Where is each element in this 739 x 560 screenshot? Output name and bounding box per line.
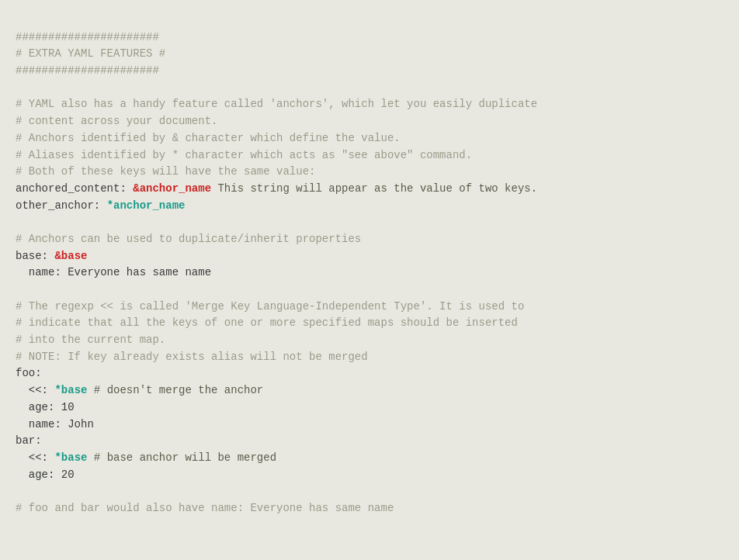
value-text: This string will appear as the value of … [211, 182, 537, 195]
code-line: ###################### [16, 63, 723, 80]
code-line: # indicate that all the keys of one or m… [16, 315, 723, 332]
plain-text: name: Everyone has same name [16, 264, 723, 282]
code-line: <<: *base # doesn't merge the anchor [16, 382, 723, 399]
comment-text: # YAML also has a handy feature called '… [16, 98, 537, 110]
comment-text: # Anchors can be used to duplicate/inher… [16, 233, 361, 245]
comment-text: # Both of these keys will have the same … [16, 165, 315, 178]
plain-text: bar: [16, 433, 723, 450]
code-line: # EXTRA YAML FEATURES # [16, 46, 723, 63]
plain-text: name: John [16, 417, 723, 434]
comment-text: # NOTE: If key already exists alias will… [16, 351, 368, 363]
code-line: <<: *base # base anchor will be merged [16, 450, 723, 467]
comment-text: # foo and bar would also have name: Ever… [16, 502, 394, 514]
key-text: <<: [16, 451, 54, 464]
code-line: # The regexp << is called 'Merge Key Lan… [16, 299, 723, 316]
comment-text: # Aliases identified by * character whic… [16, 149, 472, 161]
anchor-reference: *base [54, 451, 87, 464]
code-line: # NOTE: If key already exists alias will… [16, 349, 723, 366]
anchor-reference: *anchor_name [107, 199, 186, 212]
plain-text: foo: [16, 365, 723, 382]
code-line: other_anchor: *anchor_name [16, 198, 723, 215]
code-line: # into the current map. [16, 332, 723, 349]
key-text: base: [16, 250, 54, 262]
anchor-definition: &base [54, 250, 87, 262]
comment-text: ###################### [16, 31, 159, 43]
anchor-definition: &anchor_name [133, 182, 211, 195]
key-text: other_anchor: [16, 199, 107, 212]
code-line: ###################### [16, 29, 723, 47]
code-line: anchored_content: &anchor_name This stri… [16, 181, 723, 198]
comment-text: # content across your document. [16, 115, 217, 127]
comment-text: ###################### [16, 64, 159, 77]
comment-text: # indicate that all the keys of one or m… [16, 316, 518, 329]
code-line: # Anchors can be used to duplicate/inher… [16, 231, 723, 248]
comment-text: # The regexp << is called 'Merge Key Lan… [16, 300, 524, 313]
value-text: # doesn't merge the anchor [87, 384, 263, 396]
code-line: # YAML also has a handy feature called '… [16, 96, 723, 113]
plain-text: age: 20 [16, 467, 723, 484]
code-line: # content across your document. [16, 113, 723, 130]
key-text: anchored_content: [16, 182, 133, 195]
comment-text: # EXTRA YAML FEATURES # [16, 47, 165, 60]
code-editor: ####################### EXTRA YAML FEATU… [16, 12, 723, 517]
code-line: # foo and bar would also have name: Ever… [16, 500, 723, 517]
anchor-reference: *base [54, 384, 87, 396]
plain-text: age: 10 [16, 399, 723, 417]
code-line: base: &base [16, 248, 723, 265]
code-line: # Both of these keys will have the same … [16, 164, 723, 181]
code-line: # Anchors identified by & character whic… [16, 130, 723, 147]
comment-text: # Anchors identified by & character whic… [16, 132, 401, 144]
code-line [16, 483, 723, 500]
code-line: # Aliases identified by * character whic… [16, 147, 723, 164]
code-line [16, 214, 723, 231]
comment-text: # into the current map. [16, 334, 165, 346]
key-text: <<: [16, 384, 54, 396]
code-line [16, 80, 723, 97]
value-text: # base anchor will be merged [87, 451, 276, 464]
code-line [16, 282, 723, 299]
